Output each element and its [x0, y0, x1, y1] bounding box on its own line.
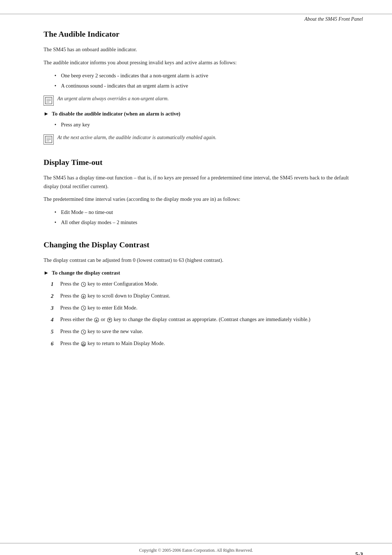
- header-title: About the SM45 Front Panel: [305, 16, 363, 22]
- page-container: About the SM45 Front Panel The Audible I…: [0, 14, 392, 555]
- config-key-icon-3: [81, 329, 86, 335]
- note-text-1: An urgent alarm always overrides a non-u…: [57, 95, 169, 103]
- step-1: 1 Press the key to enter Configuration M…: [51, 280, 356, 289]
- page-number: 5-3: [355, 551, 363, 555]
- up-key-icon-1: [107, 317, 113, 323]
- footer-copyright: Copyright © 2005-2006 Eaton Corporation.…: [0, 547, 392, 554]
- bullet-item: One beep every 2 seconds - indicates tha…: [54, 72, 356, 80]
- step-num-5: 5: [51, 327, 57, 336]
- config-key-icon-1: [81, 281, 86, 287]
- note-box-2: At the next active alarm, the audible in…: [44, 134, 356, 145]
- svg-rect-15: [83, 345, 84, 346]
- procedure1-steps: Press any key: [54, 121, 356, 129]
- step-text-6: Press the key to return to Main Display …: [60, 339, 356, 348]
- section3-para1: The display contrast can be adjusted fro…: [44, 256, 356, 265]
- procedure3-steps: 1 Press the key to enter Configuration M…: [51, 280, 356, 348]
- note-box-1: An urgent alarm always overrides a non-u…: [44, 95, 356, 106]
- step-text-4: Press either the or key to change the di…: [60, 315, 356, 324]
- step-text-1: Press the key to enter Configuration Mod…: [60, 280, 356, 288]
- procedure3-arrow: ►: [44, 270, 49, 276]
- bullet-item: Edit Mode – no time-out: [54, 208, 356, 217]
- footer-line: [0, 543, 392, 543]
- section-display-contrast: Changing the Display Contrast The displa…: [44, 240, 356, 348]
- down-key-icon-2: [94, 317, 99, 323]
- step-num-4: 4: [51, 315, 57, 324]
- section1-para1: The SM45 has an onboard audible indicato…: [44, 45, 356, 54]
- step-num-1: 1: [51, 280, 57, 289]
- procedure1-title: To disable the audible indicator (when a…: [52, 111, 180, 117]
- step-2: 2 Press the key to scroll down to Displa…: [51, 292, 356, 301]
- step-num-2: 2: [51, 292, 57, 301]
- step-text-3: Press the key to enter Edit Mode.: [60, 304, 356, 312]
- bullet-item: All other display modes – 2 minutes: [54, 218, 356, 227]
- procedure1-step1: Press any key: [54, 121, 356, 129]
- bullet-item: A continuous sound - indicates that an u…: [54, 82, 356, 90]
- home-key-icon-1: [81, 341, 86, 347]
- section1-para2: The audible indicator informs you about …: [44, 58, 356, 67]
- config-key-icon-2: [81, 305, 86, 311]
- step-4: 4 Press either the or key to change the …: [51, 315, 356, 324]
- section-audible-indicator: The Audible Indicator The SM45 has an on…: [44, 29, 356, 145]
- section1-bullets: One beep every 2 seconds - indicates tha…: [54, 72, 356, 90]
- step-text-5: Press the key to save the new value.: [60, 327, 356, 336]
- step-text-2: Press the key to scroll down to Display …: [60, 292, 356, 300]
- section3-heading: Changing the Display Contrast: [44, 240, 356, 250]
- footer-content: Copyright © 2005-2006 Eaton Corporation.…: [0, 547, 392, 555]
- procedure1-arrow: ►: [44, 111, 49, 117]
- svg-point-14: [81, 342, 86, 346]
- section2-bullets: Edit Mode – no time-out All other displa…: [54, 208, 356, 227]
- down-key-icon-1: [81, 293, 86, 299]
- procedure1-header: ► To disable the audible indicator (when…: [44, 111, 356, 117]
- step-5: 5 Press the key to save the new value.: [51, 327, 356, 336]
- note-icon-1: [44, 96, 54, 106]
- section2-para1: The SM45 has a display time-out function…: [44, 174, 356, 191]
- content-area: The Audible Indicator The SM45 has an on…: [0, 26, 392, 390]
- step-num-3: 3: [51, 304, 57, 313]
- section2-para2: The predetermined time interval varies (…: [44, 195, 356, 204]
- section2-heading: Display Time-out: [44, 158, 356, 167]
- header-bar: About the SM45 Front Panel: [0, 14, 392, 26]
- step-num-6: 6: [51, 339, 57, 348]
- procedure3-header: ► To change the display contrast: [44, 270, 356, 276]
- section1-heading: The Audible Indicator: [44, 29, 356, 39]
- procedure3-title: To change the display contrast: [52, 270, 120, 276]
- note-svg-2: [45, 135, 53, 143]
- step-3: 3 Press the key to enter Edit Mode.: [51, 304, 356, 313]
- note-text-2: At the next active alarm, the audible in…: [57, 134, 216, 142]
- section-display-timeout: Display Time-out The SM45 has a display …: [44, 158, 356, 227]
- note-icon-2: [44, 134, 54, 145]
- note-svg-1: [45, 97, 53, 105]
- step-6: 6 Press the key to return to Main Displa…: [51, 339, 356, 348]
